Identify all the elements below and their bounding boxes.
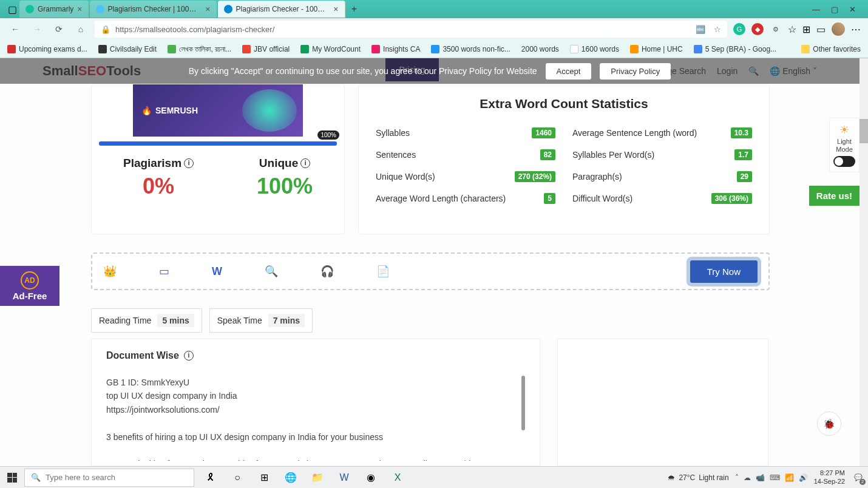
- stat-avg-word-len-label: Average Word Length (characters): [376, 194, 506, 203]
- adfree-badge[interactable]: AD Ad-Free: [0, 266, 59, 306]
- stat-syllables-val: 1460: [532, 127, 555, 138]
- close-icon[interactable]: ×: [205, 4, 210, 14]
- stat-syll-per-word-label: Syllables Per Word(s): [572, 150, 654, 160]
- browser-tab-plagiarism2[interactable]: Plagiarism Checker - 100% Free ×: [218, 1, 345, 18]
- rate-us-button[interactable]: Rate us!: [809, 186, 860, 206]
- semrush-ad[interactable]: 🔥 SEMRUSH: [133, 84, 303, 137]
- page-scrollbar[interactable]: [860, 58, 868, 466]
- info-icon[interactable]: i: [300, 158, 310, 168]
- chrome-icon[interactable]: ◉: [359, 468, 382, 487]
- word-icon[interactable]: W: [333, 468, 356, 487]
- favorite-icon[interactable]: ☆: [714, 25, 721, 34]
- wifi-icon[interactable]: 📶: [785, 473, 794, 482]
- theme-toggle[interactable]: [833, 156, 855, 167]
- fav-civilsdaily[interactable]: Civilsdaily Edit: [98, 45, 157, 53]
- headphones-icon: 🎧: [320, 265, 334, 278]
- close-icon[interactable]: ×: [77, 4, 82, 14]
- forward-button[interactable]: →: [29, 21, 45, 37]
- keyboard-icon[interactable]: ⌨: [770, 473, 780, 482]
- notifications-icon[interactable]: 💬2: [851, 470, 866, 485]
- stat-difficult-label: Difficult Word(s): [572, 194, 632, 203]
- progress-label: 100%: [317, 130, 339, 140]
- stat-difficult-val: 306 (36%): [711, 193, 752, 204]
- browser-tab-grammarly[interactable]: Grammarly ×: [19, 1, 89, 18]
- privacy-policy-button[interactable]: Privacy Policy: [600, 63, 671, 80]
- volume-icon[interactable]: 🔊: [799, 473, 808, 482]
- fav-insights[interactable]: Insights CA: [371, 45, 420, 53]
- site-icon: [224, 5, 232, 13]
- fav-2000words[interactable]: 2000 words: [521, 45, 559, 53]
- taskbar-clock[interactable]: 8:27 PM 14-Sep-22: [814, 469, 845, 485]
- start-button[interactable]: [0, 467, 24, 489]
- cortana-icon[interactable]: ○: [226, 468, 249, 487]
- onedrive-icon[interactable]: ☁: [744, 473, 751, 482]
- new-tab-button[interactable]: +: [346, 2, 363, 16]
- cookie-banner: By clicking "Accept" or continuing to us…: [0, 58, 860, 84]
- translate-icon[interactable]: 🔤: [696, 25, 705, 34]
- document-panel: Document Wisei GB 1 ID: SmmkYexyU top UI…: [91, 339, 540, 466]
- tab-actions-icon[interactable]: ▢: [5, 4, 19, 15]
- url-text: https://smallseotools.com/plagiarism-che…: [115, 25, 274, 34]
- fav-jbv[interactable]: JBV official: [242, 45, 290, 53]
- favorites-icon[interactable]: ☆: [788, 24, 796, 35]
- fav-bengali[interactable]: লেখক তালিকা, রচনা...: [168, 45, 231, 53]
- bug-report-button[interactable]: 🐞: [817, 412, 841, 436]
- profile-avatar[interactable]: [832, 22, 845, 36]
- stat-syll-per-word-val: 1.7: [734, 149, 752, 160]
- sidebar-panel: [557, 339, 768, 466]
- close-icon[interactable]: ×: [333, 4, 338, 14]
- meet-now-icon[interactable]: 📹: [756, 473, 765, 482]
- task-view-icon[interactable]: ⊞: [253, 468, 276, 487]
- tab-title: Plagiarism Checker - 100% Free: [236, 5, 330, 13]
- edge-icon[interactable]: 🌐: [279, 468, 302, 487]
- info-icon[interactable]: i: [184, 158, 194, 168]
- fav-3500words[interactable]: 3500 words non-fic...: [431, 45, 510, 53]
- progress-bar: [99, 141, 337, 146]
- browser-tab-plagiarism1[interactable]: Plagiarism Checker | 100% Free a ×: [90, 1, 217, 18]
- ribbon-icon[interactable]: 🎗: [199, 468, 222, 487]
- semrush-logo: 🔥 SEMRUSH: [141, 106, 198, 115]
- speak-time-box: Speak Time 7 mins: [209, 308, 313, 333]
- back-button[interactable]: ←: [7, 21, 23, 37]
- accept-button[interactable]: Accept: [546, 63, 592, 80]
- scrollbar-thumb[interactable]: [521, 376, 525, 430]
- stat-sentences-label: Sentences: [376, 150, 416, 160]
- close-window-button[interactable]: ✕: [849, 5, 856, 14]
- address-bar[interactable]: 🔒 https://smallseotools.com/plagiarism-c…: [95, 21, 727, 38]
- extension-icon[interactable]: ⚙: [770, 23, 782, 35]
- ad-icon: AD: [21, 271, 39, 290]
- other-favorites[interactable]: Other favorites: [801, 45, 861, 53]
- reading-time-label: Reading Time: [99, 316, 151, 325]
- fav-1600words[interactable]: 1600 words: [570, 45, 619, 53]
- stat-avg-word-len-val: 5: [544, 193, 555, 204]
- maximize-button[interactable]: ▢: [831, 5, 838, 14]
- info-icon[interactable]: i: [184, 351, 194, 361]
- menu-icon[interactable]: ⋯: [851, 24, 861, 35]
- weather-widget[interactable]: 🌧 27°C Light rain: [668, 473, 728, 482]
- home-button[interactable]: ⌂: [73, 21, 89, 37]
- stat-paragraphs-label: Paragraph(s): [572, 172, 622, 181]
- stats-panel: Extra Word Count Statistics Syllables146…: [358, 84, 770, 234]
- browser-nav-bar: ← → ⟳ ⌂ 🔒 https://smallseotools.com/plag…: [0, 18, 868, 40]
- favorites-bar: Upcoming exams d... Civilsdaily Edit লেখ…: [0, 40, 868, 58]
- excel-icon[interactable]: X: [386, 468, 409, 487]
- minimize-button[interactable]: —: [812, 5, 820, 14]
- grammarly-ext-icon[interactable]: G: [733, 23, 745, 35]
- adblock-ext-icon[interactable]: ◆: [751, 23, 764, 35]
- fav-5sep[interactable]: 5 Sep (BRA) - Goog...: [694, 45, 776, 53]
- reading-list-icon[interactable]: ▭: [816, 24, 826, 35]
- taskbar-search[interactable]: 🔍 Type here to search: [24, 469, 194, 487]
- collections-icon[interactable]: ⊞: [802, 24, 810, 35]
- doc-body[interactable]: GB 1 ID: SmmkYexyU top UI UX design comp…: [106, 376, 525, 461]
- refresh-button[interactable]: ⟳: [51, 21, 67, 37]
- fav-wordcount[interactable]: My WordCount: [300, 45, 361, 53]
- site-icon: [96, 5, 104, 13]
- stat-unique-words-label: Unique Word(s): [376, 172, 435, 181]
- chevron-up-icon[interactable]: ˄: [735, 473, 739, 482]
- explorer-icon[interactable]: 📁: [306, 468, 329, 487]
- fav-home-uhc[interactable]: Home | UHC: [630, 45, 683, 53]
- fav-upcoming-exams[interactable]: Upcoming exams d...: [7, 45, 87, 53]
- try-now-button[interactable]: Try Now: [690, 260, 758, 283]
- scrollbar-thumb[interactable]: [860, 119, 868, 143]
- time-stats-row: Reading Time 5 mins Speak Time 7 mins: [91, 308, 313, 333]
